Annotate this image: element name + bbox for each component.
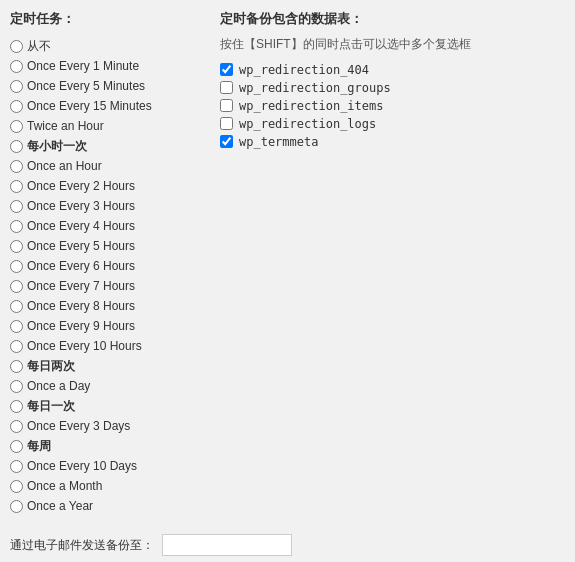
schedule-item[interactable]: Once Every 3 Hours (10, 196, 210, 216)
schedule-item[interactable]: Once a Year (10, 496, 210, 516)
schedule-label: 每小时一次 (27, 137, 87, 155)
schedule-radio[interactable] (10, 220, 23, 233)
schedule-radio[interactable] (10, 60, 23, 73)
schedule-label: Once an Hour (27, 157, 102, 175)
schedule-label: Once Every 8 Hours (27, 297, 135, 315)
schedule-label: 每周 (27, 437, 51, 455)
db-checkbox[interactable] (220, 99, 233, 112)
db-hint: 按住【SHIFT】的同时点击可以选中多个复选框 (220, 36, 565, 53)
db-label: wp_termmeta (239, 135, 318, 149)
schedule-label: Once a Month (27, 477, 102, 495)
schedule-radio[interactable] (10, 120, 23, 133)
db-checkbox[interactable] (220, 63, 233, 76)
schedule-radio[interactable] (10, 340, 23, 353)
schedule-item[interactable]: Once a Day (10, 376, 210, 396)
email-label: 通过电子邮件发送备份至： (10, 537, 154, 554)
schedule-radio[interactable] (10, 280, 23, 293)
schedule-radio[interactable] (10, 240, 23, 253)
schedule-item[interactable]: Once Every 8 Hours (10, 296, 210, 316)
db-item[interactable]: wp_redirection_items (220, 97, 565, 115)
schedule-item[interactable]: Once Every 10 Hours (10, 336, 210, 356)
schedule-item[interactable]: Once an Hour (10, 156, 210, 176)
schedule-label: Once Every 7 Hours (27, 277, 135, 295)
schedule-label: Once Every 1 Minute (27, 57, 139, 75)
schedule-label: Once Every 3 Days (27, 417, 130, 435)
email-input[interactable] (162, 534, 292, 556)
db-item[interactable]: wp_redirection_groups (220, 79, 565, 97)
db-item[interactable]: wp_redirection_logs (220, 115, 565, 133)
schedule-radio[interactable] (10, 100, 23, 113)
schedule-label: Once a Day (27, 377, 90, 395)
schedule-radio[interactable] (10, 400, 23, 413)
db-checkbox[interactable] (220, 117, 233, 130)
bottom-section: 通过电子邮件发送备份至： (0, 526, 575, 562)
db-label: wp_redirection_404 (239, 63, 369, 77)
schedule-label: Once Every 4 Hours (27, 217, 135, 235)
schedule-title: 定时任务： (10, 10, 210, 28)
schedule-list: 从不Once Every 1 MinuteOnce Every 5 Minute… (10, 36, 210, 516)
schedule-item[interactable]: Once Every 3 Days (10, 416, 210, 436)
schedule-label: Once Every 10 Days (27, 457, 137, 475)
schedule-item[interactable]: Once Every 4 Hours (10, 216, 210, 236)
db-label: wp_redirection_groups (239, 81, 391, 95)
schedule-radio[interactable] (10, 80, 23, 93)
db-checkbox[interactable] (220, 135, 233, 148)
schedule-label: Once a Year (27, 497, 93, 515)
schedule-item[interactable]: Once Every 2 Hours (10, 176, 210, 196)
schedule-label: Once Every 6 Hours (27, 257, 135, 275)
schedule-radio[interactable] (10, 40, 23, 53)
schedule-label: Once Every 10 Hours (27, 337, 142, 355)
schedule-item[interactable]: Once Every 7 Hours (10, 276, 210, 296)
schedule-radio[interactable] (10, 500, 23, 513)
schedule-label: Twice an Hour (27, 117, 104, 135)
schedule-item[interactable]: 每日两次 (10, 356, 210, 376)
db-title: 定时备份包含的数据表： (220, 10, 565, 28)
schedule-label: Once Every 5 Hours (27, 237, 135, 255)
schedule-label: 每日两次 (27, 357, 75, 375)
schedule-item[interactable]: 从不 (10, 36, 210, 56)
schedule-radio[interactable] (10, 480, 23, 493)
schedule-item[interactable]: Once Every 10 Days (10, 456, 210, 476)
schedule-label: Once Every 9 Hours (27, 317, 135, 335)
schedule-item[interactable]: Once Every 9 Hours (10, 316, 210, 336)
db-label: wp_redirection_logs (239, 117, 376, 131)
schedule-radio[interactable] (10, 160, 23, 173)
schedule-radio[interactable] (10, 140, 23, 153)
db-label: wp_redirection_items (239, 99, 384, 113)
schedule-radio[interactable] (10, 260, 23, 273)
schedule-radio[interactable] (10, 200, 23, 213)
schedule-radio[interactable] (10, 380, 23, 393)
db-item[interactable]: wp_termmeta (220, 133, 565, 151)
schedule-label: 每日一次 (27, 397, 75, 415)
db-list: wp_redirection_404wp_redirection_groupsw… (220, 61, 565, 151)
schedule-label: Once Every 15 Minutes (27, 97, 152, 115)
schedule-item[interactable]: Once Every 15 Minutes (10, 96, 210, 116)
schedule-item[interactable]: Once Every 1 Minute (10, 56, 210, 76)
db-item[interactable]: wp_redirection_404 (220, 61, 565, 79)
schedule-label: Once Every 3 Hours (27, 197, 135, 215)
schedule-item[interactable]: 每小时一次 (10, 136, 210, 156)
schedule-radio[interactable] (10, 300, 23, 313)
right-panel: 定时备份包含的数据表： 按住【SHIFT】的同时点击可以选中多个复选框 wp_r… (220, 10, 565, 516)
schedule-label: 从不 (27, 37, 51, 55)
schedule-radio[interactable] (10, 360, 23, 373)
schedule-radio[interactable] (10, 440, 23, 453)
schedule-item[interactable]: 每周 (10, 436, 210, 456)
schedule-item[interactable]: Once Every 5 Hours (10, 236, 210, 256)
schedule-radio[interactable] (10, 320, 23, 333)
schedule-item[interactable]: Once Every 6 Hours (10, 256, 210, 276)
schedule-item[interactable]: 每日一次 (10, 396, 210, 416)
left-panel: 定时任务： 从不Once Every 1 MinuteOnce Every 5 … (10, 10, 210, 516)
schedule-radio[interactable] (10, 460, 23, 473)
schedule-label: Once Every 2 Hours (27, 177, 135, 195)
schedule-radio[interactable] (10, 420, 23, 433)
schedule-label: Once Every 5 Minutes (27, 77, 145, 95)
schedule-radio[interactable] (10, 180, 23, 193)
db-checkbox[interactable] (220, 81, 233, 94)
schedule-item[interactable]: Twice an Hour (10, 116, 210, 136)
schedule-item[interactable]: Once Every 5 Minutes (10, 76, 210, 96)
schedule-item[interactable]: Once a Month (10, 476, 210, 496)
